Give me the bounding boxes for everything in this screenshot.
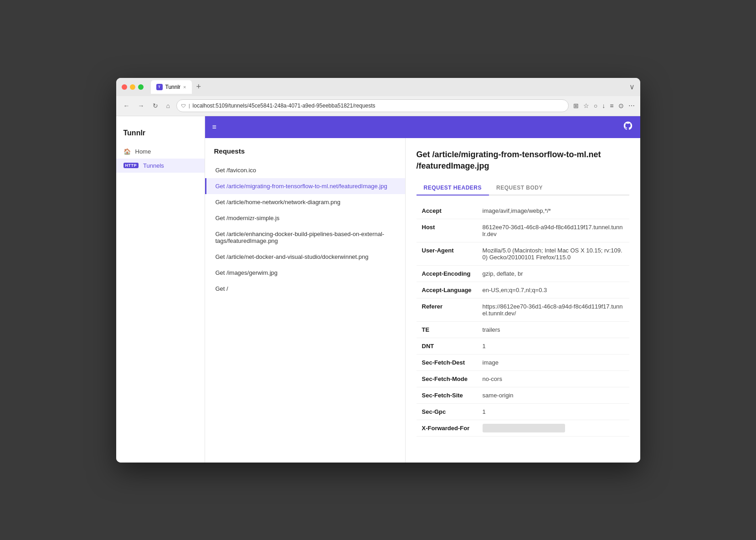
address-bar: ← → ↻ ⌂ 🛡 | localhost:5109/tunnels/45ce5… [116, 96, 640, 116]
request-item-4[interactable]: Get /modernizr-simple.js [205, 210, 405, 226]
top-nav-right [623, 121, 633, 133]
lock-icon: | [189, 103, 190, 108]
bookmark-icon[interactable]: ☆ [583, 102, 589, 109]
sidebar-item-tunnels[interactable]: HTTP Tunnels [116, 159, 205, 173]
table-row: TEtrailers [417, 321, 629, 338]
request-item-7[interactable]: Get /images/gerwim.jpg [205, 265, 405, 281]
header-key: Sec-Fetch-Mode [417, 370, 477, 387]
tab-label: Tunnlr [165, 84, 181, 90]
new-tab-button[interactable]: + [195, 82, 203, 92]
tab-request-body[interactable]: REQUEST BODY [489, 181, 550, 195]
url-bar[interactable]: 🛡 | localhost:5109/tunnels/45ce5841-248a… [176, 99, 569, 112]
shield-icon: 🛡 [181, 103, 186, 108]
content-wrapper: ≡ Requests Get /favicon.ico [205, 116, 640, 463]
request-item-5[interactable]: Get /article/enhancing-docker-build-pipe… [205, 226, 405, 249]
traffic-lights [122, 84, 144, 90]
shield2-icon[interactable]: ⊙ [618, 102, 624, 109]
home-icon: 🏠 [123, 148, 131, 155]
toolbar-icons: ⊞ ☆ ○ ↓ ≡ ⊙ ⋯ [573, 102, 635, 109]
request-label-2: Get /article/migrating-from-tensorflow-t… [216, 183, 387, 190]
header-key: Sec-Gpc [417, 403, 477, 420]
sidebar-tunnels-label: Tunnels [143, 162, 164, 169]
sidebar-home-label: Home [135, 148, 151, 155]
menu-icon[interactable]: ≡ [212, 123, 216, 131]
requests-panel: Requests Get /favicon.ico Get /article/m… [205, 138, 406, 463]
request-label-3: Get /article/home-network/network-diagra… [216, 199, 341, 206]
grid-icon[interactable]: ⊞ [573, 102, 579, 109]
header-value: 8612ee70-36d1-46c8-a94d-f8c46d119f17.tun… [477, 219, 629, 242]
table-row: Host8612ee70-36d1-46c8-a94d-f8c46d119f17… [417, 219, 629, 242]
download-icon[interactable]: ↓ [602, 102, 605, 109]
sidebar-item-home[interactable]: 🏠 Home [116, 144, 205, 159]
requests-title: Requests [205, 147, 405, 162]
table-row: Sec-Fetch-Sitesame-origin [417, 387, 629, 403]
maximize-button[interactable] [138, 84, 144, 90]
header-key: Sec-Fetch-Site [417, 387, 477, 403]
header-value: image [477, 354, 629, 370]
app-layout: Tunnlr 🏠 Home HTTP Tunnels ≡ [116, 116, 640, 463]
active-tab[interactable]: T Tunnlr × [151, 80, 192, 94]
request-item-8[interactable]: Get / [205, 281, 405, 297]
detail-title: Get /article/migrating-from-tensorflow-t… [417, 149, 629, 172]
header-value: Mozilla/5.0 (Macintosh; Intel Mac OS X 1… [477, 242, 629, 265]
header-value: en-US,en;q=0.7,nl;q=0.3 [477, 282, 629, 298]
request-label-7: Get /images/gerwim.jpg [216, 269, 278, 276]
table-row: Accept-Languageen-US,en;q=0.7,nl;q=0.3 [417, 282, 629, 298]
tab-close-icon[interactable]: × [183, 84, 186, 90]
forward-button[interactable]: → [136, 100, 146, 111]
tab-favicon: T [156, 84, 163, 90]
request-label-5: Get /article/enhancing-docker-build-pipe… [216, 231, 385, 244]
table-row: Sec-Gpc1 [417, 403, 629, 420]
request-label-1: Get /favicon.ico [216, 167, 257, 174]
main-content: Requests Get /favicon.ico Get /article/m… [205, 138, 640, 463]
reload-button[interactable]: ↻ [151, 100, 160, 111]
tab-area: T Tunnlr × + [151, 80, 203, 94]
header-key: X-Forwarded-For [417, 420, 477, 436]
reader-icon[interactable]: ≡ [610, 102, 613, 109]
http-badge: HTTP [123, 163, 139, 168]
sidebar-app-title: Tunnlr [116, 123, 205, 144]
github-icon[interactable] [623, 123, 633, 133]
header-value: 1 [477, 403, 629, 420]
header-value: ██████████████████ [477, 420, 629, 436]
table-row: X-Forwarded-For██████████████████ [417, 420, 629, 436]
header-value: no-cors [477, 370, 629, 387]
header-key: Accept [417, 203, 477, 219]
tab-request-headers[interactable]: REQUEST HEADERS [417, 181, 489, 195]
request-item-1[interactable]: Get /favicon.ico [205, 162, 405, 178]
minimize-button[interactable] [130, 84, 135, 90]
back-button[interactable]: ← [122, 100, 132, 111]
request-label-4: Get /modernizr-simple.js [216, 215, 280, 221]
request-item-2[interactable]: Get /article/migrating-from-tensorflow-t… [205, 178, 405, 194]
close-button[interactable] [122, 84, 127, 90]
table-row: DNT1 [417, 338, 629, 354]
more-icon[interactable]: ⋯ [628, 102, 635, 109]
detail-tabs: REQUEST HEADERS REQUEST BODY [417, 181, 629, 195]
header-value: gzip, deflate, br [477, 265, 629, 282]
header-key: Referer [417, 298, 477, 321]
detail-panel: Get /article/migrating-from-tensorflow-t… [406, 138, 640, 463]
pocket-icon[interactable]: ○ [594, 102, 597, 109]
header-key: Accept-Encoding [417, 265, 477, 282]
header-key: DNT [417, 338, 477, 354]
table-row: Accept-Encodinggzip, deflate, br [417, 265, 629, 282]
header-value: 1 [477, 338, 629, 354]
header-value: image/avif,image/webp,*/* [477, 203, 629, 219]
header-key: Host [417, 219, 477, 242]
table-row: Sec-Fetch-Destimage [417, 354, 629, 370]
header-key: Accept-Language [417, 282, 477, 298]
header-value: https://8612ee70-36d1-46c8-a94d-f8c46d11… [477, 298, 629, 321]
request-label-8: Get / [216, 285, 228, 292]
table-row: Acceptimage/avif,image/webp,*/* [417, 203, 629, 219]
title-bar: T Tunnlr × + ∨ [116, 78, 640, 96]
home-button[interactable]: ⌂ [165, 100, 172, 111]
table-row: Sec-Fetch-Modeno-cors [417, 370, 629, 387]
header-key: Sec-Fetch-Dest [417, 354, 477, 370]
request-item-3[interactable]: Get /article/home-network/network-diagra… [205, 194, 405, 210]
browser-window: T Tunnlr × + ∨ ← → ↻ ⌂ 🛡 | localhost:510… [116, 78, 640, 463]
header-key: TE [417, 321, 477, 338]
title-bar-collapse[interactable]: ∨ [629, 82, 635, 91]
top-nav: ≡ [205, 116, 640, 138]
header-value: same-origin [477, 387, 629, 403]
request-item-6[interactable]: Get /article/net-docker-and-visual-studi… [205, 249, 405, 265]
